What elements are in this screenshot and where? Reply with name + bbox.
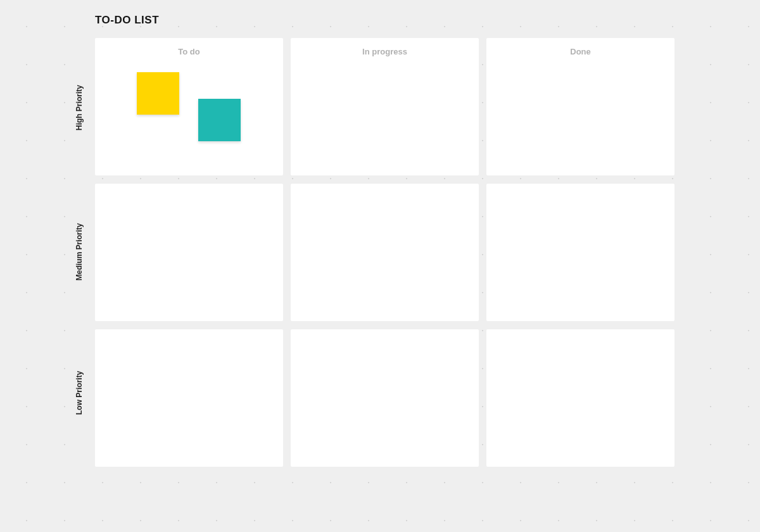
cell-medium-done[interactable] <box>486 184 674 321</box>
column-header-todo: To do <box>95 47 283 56</box>
board-title: TO-DO LIST <box>95 14 159 27</box>
row-label-high-priority: High Priority <box>75 76 87 139</box>
cell-low-done[interactable] <box>486 329 674 467</box>
row-label-low-priority: Low Priority <box>75 361 87 424</box>
cell-low-inprogress[interactable] <box>291 329 479 467</box>
column-header-done: Done <box>486 47 674 56</box>
sticky-note-yellow[interactable] <box>137 72 179 115</box>
row-label-medium-priority: Medium Priority <box>75 214 87 290</box>
cell-high-todo[interactable]: To do <box>95 38 283 175</box>
column-header-inprogress: In progress <box>291 47 479 56</box>
kanban-board-canvas[interactable]: TO-DO LIST High Priority Medium Priority… <box>0 0 760 532</box>
cell-high-inprogress[interactable]: In progress <box>291 38 479 175</box>
cell-high-done[interactable]: Done <box>486 38 674 175</box>
cell-medium-inprogress[interactable] <box>291 184 479 321</box>
cell-low-todo[interactable] <box>95 329 283 467</box>
sticky-note-teal[interactable] <box>198 99 241 141</box>
cell-medium-todo[interactable] <box>95 184 283 321</box>
